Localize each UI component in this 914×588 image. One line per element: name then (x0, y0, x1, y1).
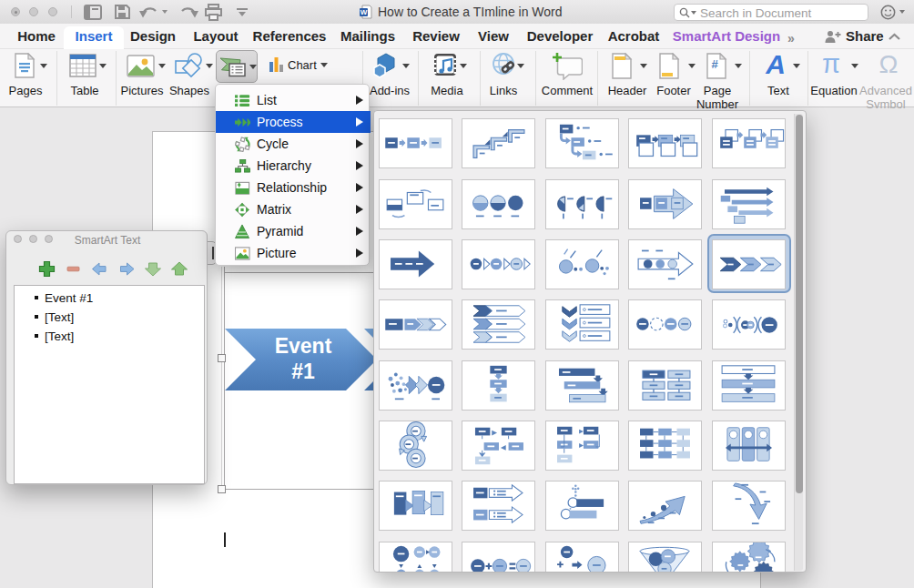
svg-text:W: W (361, 8, 368, 16)
svg-text:#1: #1 (291, 360, 315, 383)
svg-text:Event: Event (275, 334, 332, 358)
svg-text:#: # (711, 57, 718, 71)
